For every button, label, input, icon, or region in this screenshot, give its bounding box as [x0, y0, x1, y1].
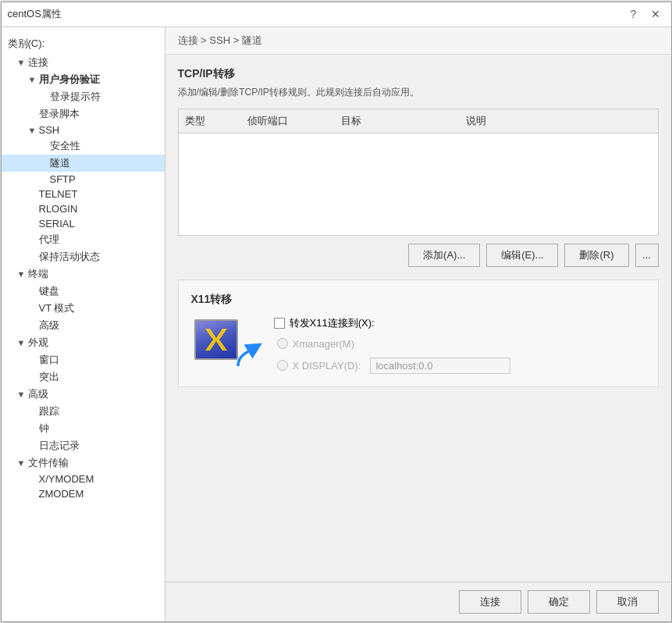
main-dialog: centOS属性 ? ✕ 类别(C): ▼连接 ▼用户身份验证 登录提示符 登录…	[1, 2, 672, 622]
sidebar-item-gao-ji-2[interactable]: ▼高级	[2, 386, 165, 403]
panel-content: TCP/IP转移 添加/编辑/删除TCP/IP转移规则。此规则连接后自动应用。 …	[165, 55, 671, 582]
sidebar-item-dai-li[interactable]: 代理	[2, 231, 165, 248]
help-button[interactable]: ?	[624, 5, 643, 23]
sidebar-item-wen-jian[interactable]: ▼文件传输	[2, 454, 165, 472]
breadcrumb: 连接 > SSH > 隧道	[165, 27, 671, 55]
expand-icon5: ▼	[17, 338, 28, 347]
x11-icon-container	[191, 316, 261, 371]
expand-icon3: ▼	[28, 126, 39, 135]
sidebar-item-zhong-duan[interactable]: ▼终端	[2, 265, 165, 283]
x11-section-title: X11转移	[191, 293, 645, 307]
sidebar-item-an-quan[interactable]: 安全性	[2, 137, 165, 155]
table-header: 类型 侦听端口 目标 说明	[179, 109, 658, 134]
ok-button[interactable]: 确定	[528, 590, 590, 614]
more-button[interactable]: ...	[635, 244, 659, 267]
dialog-body: 类别(C): ▼连接 ▼用户身份验证 登录提示符 登录脚本 ▼SSH 安全性 隧…	[2, 27, 671, 621]
sidebar-item-sui-dao[interactable]: 隧道	[2, 155, 165, 172]
xmanager-radio-row: Xmanager(M)	[277, 338, 511, 350]
xdisplay-radio-row: X DISPLAY(D):	[277, 358, 511, 374]
sidebar-item-ri-zhi[interactable]: 日志记录	[2, 437, 165, 454]
connect-button[interactable]: 连接	[459, 590, 521, 614]
table-buttons: 添加(A)... 编辑(E)... 删除(R) ...	[178, 244, 659, 267]
sidebar-item-telnet[interactable]: TELNET	[2, 187, 165, 201]
xdisplay-radio[interactable]	[277, 360, 288, 371]
sidebar-item-zmodem[interactable]: ZMODEM	[2, 486, 165, 501]
sidebar-item-vt-mode[interactable]: VT 模式	[2, 300, 165, 317]
expand-icon2: ▼	[28, 75, 39, 84]
title-bar: centOS属性 ? ✕	[2, 2, 671, 27]
sidebar-item-yong-hu[interactable]: ▼用户身份验证	[2, 71, 165, 88]
sidebar-item-sftp[interactable]: SFTP	[2, 172, 165, 187]
x11-section: X11转移	[178, 279, 659, 387]
tcp-table: 类型 侦听端口 目标 说明	[178, 109, 659, 236]
sidebar-item-rlogin[interactable]: RLOGIN	[2, 201, 165, 216]
sidebar-item-gao-ji-1[interactable]: 高级	[2, 317, 165, 334]
col-type: 类型	[179, 112, 241, 130]
right-panel: 连接 > SSH > 隧道 TCP/IP转移 添加/编辑/删除TCP/IP转移规…	[165, 27, 671, 621]
forward-x11-label: 转发X11连接到(X):	[290, 316, 375, 330]
delete-button[interactable]: 删除(R)	[564, 244, 628, 267]
col-port: 侦听端口	[241, 112, 335, 130]
tcp-section-title: TCP/IP转移	[178, 67, 659, 81]
edit-button[interactable]: 编辑(E)...	[486, 244, 558, 267]
sidebar-item-gen-zong[interactable]: 跟踪	[2, 403, 165, 420]
expand-icon: ▼	[17, 58, 28, 67]
sidebar-item-deng-lu-jiao-ben[interactable]: 登录脚本	[2, 105, 165, 123]
svg-marker-0	[205, 329, 227, 351]
sidebar-item-serial[interactable]: SERIAL	[2, 216, 165, 231]
tcp-section-desc: 添加/编辑/删除TCP/IP转移规则。此规则连接后自动应用。	[178, 86, 659, 99]
tcp-section: TCP/IP转移 添加/编辑/删除TCP/IP转移规则。此规则连接后自动应用。 …	[178, 67, 659, 267]
forward-x11-checkbox[interactable]	[274, 318, 285, 329]
sidebar-item-bao-chi[interactable]: 保持活动状态	[2, 248, 165, 265]
cancel-button[interactable]: 取消	[596, 590, 659, 614]
x11-options: 转发X11连接到(X): Xmanager(M) X DISPLAY(D):	[274, 316, 511, 374]
col-target: 目标	[335, 112, 460, 130]
close-button[interactable]: ✕	[646, 5, 665, 23]
x11-body: 转发X11连接到(X): Xmanager(M) X DISPLAY(D):	[191, 316, 645, 374]
xdisplay-label: X DISPLAY(D):	[293, 360, 361, 372]
table-body[interactable]	[179, 134, 658, 235]
forward-x11-row: 转发X11连接到(X):	[274, 316, 511, 330]
sidebar-item-tu-chu[interactable]: 突出	[2, 368, 165, 386]
col-desc: 说明	[460, 112, 658, 130]
sidebar-item-ssh[interactable]: ▼SSH	[2, 123, 165, 137]
add-button[interactable]: 添加(A)...	[408, 244, 480, 267]
expand-icon6: ▼	[17, 390, 28, 399]
category-label: 类别(C):	[2, 34, 165, 54]
dialog-title: centOS属性	[8, 7, 62, 21]
xdisplay-input[interactable]	[370, 358, 510, 374]
expand-icon4: ▼	[17, 269, 28, 279]
sidebar-item-chuang-kou[interactable]: 窗口	[2, 351, 165, 368]
sidebar-item-lian-jie[interactable]: ▼连接	[2, 54, 165, 71]
sidebar: 类别(C): ▼连接 ▼用户身份验证 登录提示符 登录脚本 ▼SSH 安全性 隧…	[2, 27, 165, 621]
sidebar-item-jian-pan[interactable]: 键盘	[2, 283, 165, 300]
sidebar-item-wai-guan[interactable]: ▼外观	[2, 334, 165, 351]
xmanager-radio[interactable]	[277, 338, 288, 349]
sidebar-item-zhong[interactable]: 钟	[2, 420, 165, 437]
bottom-bar: 连接 确定 取消	[165, 582, 671, 621]
sidebar-item-deng-lu[interactable]: 登录提示符	[2, 88, 165, 105]
blue-arrow-icon	[232, 341, 263, 372]
xmanager-label: Xmanager(M)	[293, 338, 354, 350]
title-bar-buttons: ? ✕	[624, 5, 665, 23]
x-logo-icon	[202, 326, 230, 354]
sidebar-item-xymodem[interactable]: X/YMODEM	[2, 472, 165, 486]
expand-icon7: ▼	[17, 458, 28, 468]
